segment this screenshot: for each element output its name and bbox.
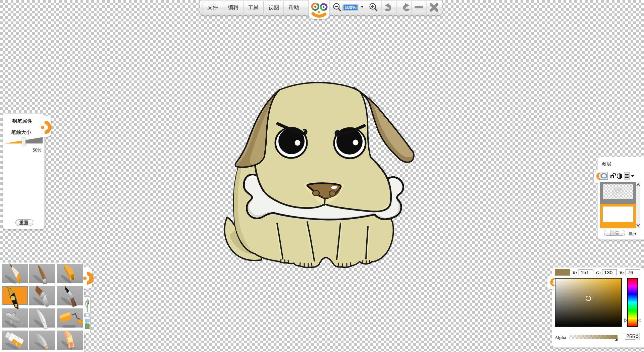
- svg-text:100%: 100%: [344, 5, 357, 10]
